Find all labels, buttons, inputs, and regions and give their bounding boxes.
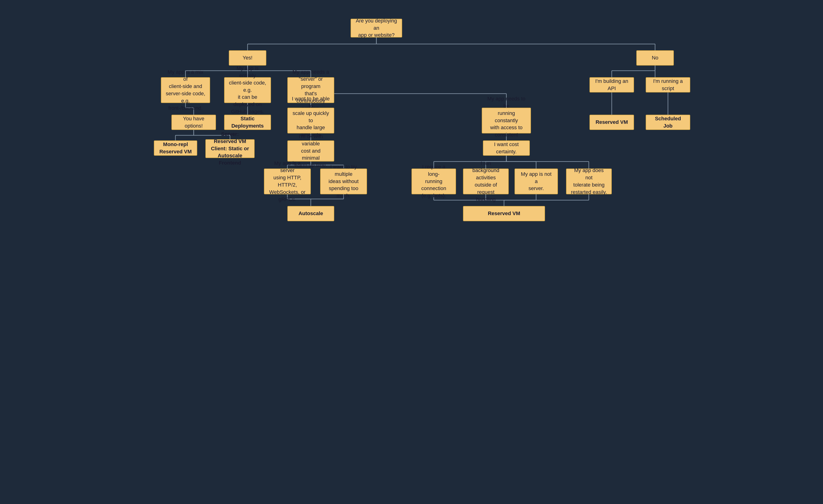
scale-up-node: I want to be able to scale up quickly to… <box>287 108 334 134</box>
mono-repl-node: Mono-repl Reserved VM <box>154 141 197 156</box>
reserved-vm-final-node: Reserved VM <box>463 206 545 221</box>
server-http-node: My app is a server using HTTP, HTTP/2, W… <box>264 169 311 194</box>
variable-cost-node: I'm ok with variable cost and minimal wa… <box>287 141 334 162</box>
autoscale-node: Autoscale <box>287 206 334 221</box>
root-node: Are you deploying an app or website? <box>351 19 402 37</box>
flowchart: Are you deploying an app or website? Yes… <box>37 9 786 478</box>
background-activities-node: I run background activities outside of r… <box>463 169 509 194</box>
no-node: No <box>636 50 674 65</box>
no-restart-node: My app does not tolerate being restarted… <box>566 169 612 194</box>
server-reserved-node: Server: Reserved VM Client: Static or Au… <box>205 139 255 158</box>
mix-node: My app is a mix of client-side and serve… <box>161 77 210 103</box>
running-constantly-node: My app needs to be running constantly wi… <box>482 108 531 134</box>
reserved-vm-api-node: Reserved VM <box>590 115 634 130</box>
multiple-ideas-node: I want to try multiple ideas without spe… <box>320 169 367 194</box>
yes-node: Yes! <box>229 50 266 65</box>
long-running-node: I require a long- running connection (e.… <box>412 169 456 194</box>
static-deployments-node: Static Deployments <box>224 115 271 130</box>
cost-certainty-node: I want cost certainty. <box>483 141 530 156</box>
scheduled-job-node: Scheduled Job <box>646 115 690 130</box>
building-api-node: I'm building an API <box>590 77 634 92</box>
clientside-node: My app is entirely client-side code, e.g… <box>224 77 271 103</box>
not-server-node: My app is not a server. <box>515 169 558 194</box>
running-script-node: I'm running a script <box>646 77 690 92</box>
you-have-options-node: You have options! <box>171 115 216 130</box>
